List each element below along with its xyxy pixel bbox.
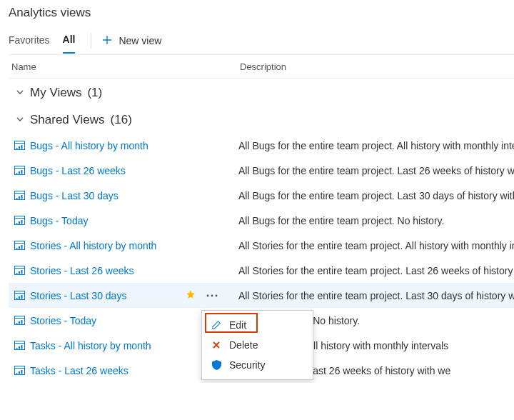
view-description: All Stories for the entire team project.…	[223, 265, 514, 276]
svg-rect-33	[19, 296, 20, 299]
view-icon	[9, 316, 30, 325]
edit-icon	[211, 320, 222, 330]
svg-rect-28	[19, 271, 20, 274]
view-description: All Bugs for the entire team project. La…	[223, 190, 514, 201]
svg-rect-19	[21, 220, 22, 224]
view-icon	[9, 241, 30, 250]
view-name-link[interactable]: Tasks - Last 26 weeks	[30, 365, 180, 376]
view-description: All Bugs for the entire team project. No…	[223, 215, 514, 226]
view-name-link[interactable]: Bugs - All history by month	[30, 140, 180, 151]
group-my-views[interactable]: My Views (1)	[9, 79, 514, 106]
svg-rect-13	[19, 196, 20, 199]
view-name-link[interactable]: Bugs - Last 30 days	[30, 190, 180, 201]
svg-rect-12	[16, 198, 17, 199]
view-icon	[9, 291, 30, 300]
view-icon	[9, 266, 30, 275]
menu-item-label: Security	[229, 359, 266, 371]
security-icon	[211, 360, 222, 370]
svg-rect-42	[21, 320, 22, 324]
view-name-link[interactable]: Tasks - All history by month	[30, 340, 180, 351]
svg-rect-9	[21, 170, 22, 174]
plus-icon	[101, 34, 113, 48]
view-icon	[9, 216, 30, 225]
column-description[interactable]: Description	[240, 61, 514, 72]
menu-item-label: Edit	[229, 319, 246, 331]
chevron-down-icon	[16, 86, 24, 100]
svg-rect-27	[16, 273, 17, 274]
svg-rect-8	[19, 171, 20, 174]
svg-rect-14	[21, 195, 22, 199]
table-row[interactable]: Bugs - Last 26 weeksAll Bugs for the ent…	[9, 158, 514, 183]
svg-point-36	[211, 294, 213, 296]
svg-rect-45	[16, 348, 17, 349]
shared-views-list: Bugs - All history by monthAll Bugs for …	[9, 133, 514, 383]
table-row[interactable]: Bugs - Last 30 daysAll Bugs for the enti…	[9, 183, 514, 208]
toolbar: Favorites All New view	[9, 27, 514, 54]
svg-rect-2	[16, 148, 17, 149]
table-row[interactable]: Bugs - TodayAll Bugs for the entire team…	[9, 208, 514, 233]
svg-rect-29	[21, 270, 22, 274]
view-name-link[interactable]: Bugs - Today	[30, 215, 180, 226]
svg-rect-18	[19, 221, 20, 224]
svg-rect-34	[21, 295, 22, 299]
more-actions-button[interactable]	[201, 294, 223, 297]
view-icon	[9, 141, 30, 150]
group-shared-views[interactable]: Shared Views (16)	[9, 106, 514, 133]
menu-item-label: Delete	[229, 339, 258, 351]
menu-item-security[interactable]: Security	[202, 355, 313, 375]
group-label: My Views	[30, 86, 81, 100]
svg-point-35	[207, 294, 209, 296]
group-count: (1)	[87, 86, 102, 100]
svg-rect-24	[21, 245, 22, 249]
view-description: All Bugs for the entire team project. Al…	[223, 140, 514, 151]
svg-rect-7	[16, 173, 17, 174]
view-description: All Stories for the entire team project.…	[223, 240, 514, 251]
tab-favorites[interactable]: Favorites	[9, 29, 50, 53]
view-icon	[9, 166, 30, 175]
chevron-down-icon	[16, 113, 24, 127]
svg-rect-32	[16, 298, 17, 299]
svg-rect-52	[21, 370, 22, 374]
svg-rect-3	[19, 146, 20, 149]
page-title: Analytics views	[9, 6, 514, 20]
view-name-link[interactable]: Stories - All history by month	[30, 240, 180, 251]
svg-rect-46	[19, 346, 20, 349]
svg-rect-41	[19, 321, 20, 324]
table-row[interactable]: Stories - All history by monthAll Storie…	[9, 233, 514, 258]
view-icon	[9, 366, 30, 375]
view-name-link[interactable]: Stories - Last 26 weeks	[30, 265, 180, 276]
delete-icon	[211, 341, 222, 349]
context-menu: EditDeleteSecurity	[201, 310, 313, 380]
new-view-label: New view	[119, 35, 161, 46]
view-name-link[interactable]: Stories - Last 30 days	[30, 290, 180, 301]
table-row[interactable]: Stories - Last 26 weeksAll Stories for t…	[9, 258, 514, 283]
svg-rect-4	[21, 145, 22, 149]
column-headers: Name Description	[9, 54, 514, 79]
group-count: (16)	[111, 113, 132, 127]
svg-rect-22	[16, 248, 17, 249]
view-name-link[interactable]: Bugs - Last 26 weeks	[30, 165, 180, 176]
view-name-link[interactable]: Stories - Today	[30, 315, 180, 326]
view-icon	[9, 341, 30, 350]
svg-rect-50	[16, 373, 17, 374]
svg-point-37	[216, 294, 218, 296]
tab-all[interactable]: All	[63, 28, 76, 54]
separator	[91, 33, 91, 49]
view-description: All Bugs for the entire team project. La…	[223, 165, 514, 176]
view-description: All Stories for the entire team project.…	[223, 290, 514, 301]
group-label: Shared Views	[30, 113, 105, 127]
column-name[interactable]: Name	[9, 61, 240, 72]
menu-item-edit[interactable]: Edit	[202, 315, 313, 335]
svg-rect-17	[16, 223, 17, 224]
menu-item-delete[interactable]: Delete	[202, 335, 313, 355]
new-view-button[interactable]: New view	[101, 34, 161, 48]
view-icon	[9, 191, 30, 200]
table-row[interactable]: Stories - Last 30 daysAll Stories for th…	[9, 283, 514, 308]
table-row[interactable]: Bugs - All history by monthAll Bugs for …	[9, 133, 514, 158]
favorite-star-icon[interactable]	[180, 289, 201, 301]
svg-rect-47	[21, 345, 22, 349]
svg-rect-51	[19, 371, 20, 374]
svg-rect-40	[16, 323, 17, 324]
svg-rect-23	[19, 246, 20, 249]
